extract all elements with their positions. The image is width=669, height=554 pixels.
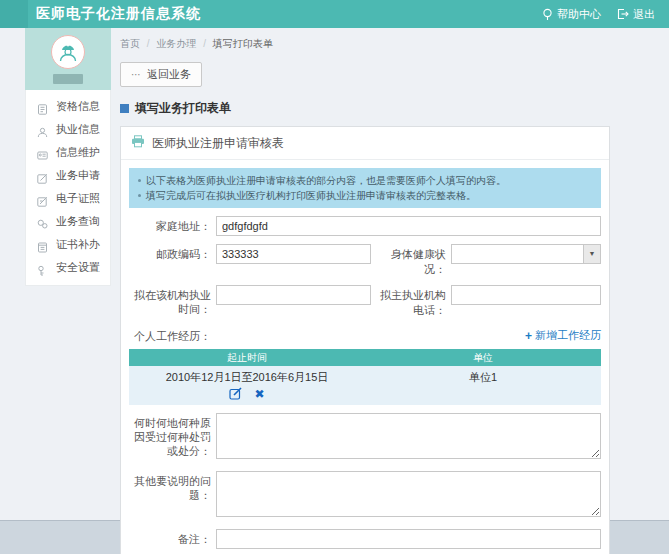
form-card: 医师执业注册申请审核表 以下表格为医师执业注册申请审核表的部分内容，也是需要医师…: [120, 126, 610, 554]
content-area: 资格信息 执业信息 信息维护 业务申请 电子证照: [0, 28, 669, 520]
bullet-dot: [138, 179, 141, 182]
breadcrumb-current: 填写打印表单: [213, 38, 273, 49]
book-icon: [37, 239, 48, 250]
section-title: 填写业务打印表单: [120, 100, 610, 117]
notice-box: 以下表格为医师执业注册申请审核表的部分内容，也是需要医师个人填写的内容。 填写完…: [129, 168, 601, 208]
add-work-experience-label: 新增工作经历: [535, 328, 601, 343]
return-business-button[interactable]: ⋯ 返回业务: [120, 62, 202, 87]
sidebar-item-label: 资格信息: [56, 99, 100, 114]
home-address-label: 家庭地址：: [129, 216, 211, 233]
logout-link[interactable]: 退出: [617, 7, 655, 22]
plus-icon: +: [525, 329, 532, 343]
work-experience-table: 起止时间 单位 2010年12月1日至2016年6月15日: [129, 349, 601, 405]
sidebar: 资格信息 执业信息 信息维护 业务申请 电子证照: [25, 28, 111, 286]
punishment-textarea[interactable]: [216, 413, 601, 459]
edit-icon: [37, 170, 48, 181]
logout-icon: [617, 8, 629, 20]
person-icon: [37, 124, 48, 135]
document-icon: [37, 101, 48, 112]
breadcrumb: 首页 / 业务办理 / 填写打印表单: [120, 28, 610, 51]
help-center-label: 帮助中心: [557, 7, 601, 22]
sidebar-item-certificate-reissue[interactable]: 证书补办: [26, 233, 110, 256]
section-title-text: 填写业务打印表单: [135, 100, 231, 117]
other-issues-textarea[interactable]: [216, 471, 601, 517]
experience-unit: 单位1: [365, 370, 601, 385]
logo-block: [0, 0, 28, 28]
form-body: 以下表格为医师执业注册申请审核表的部分内容，也是需要医师个人填写的内容。 填写完…: [121, 160, 609, 554]
notice-line-1: 以下表格为医师执业注册申请审核表的部分内容，也是需要医师个人填写的内容。: [146, 173, 506, 188]
org-phone-input[interactable]: [451, 285, 601, 305]
security-key-icon: [37, 262, 48, 273]
column-header-period: 起止时间: [129, 349, 365, 366]
health-status-select[interactable]: ▼: [451, 244, 601, 264]
other-issues-label: 其他要说明的问题：: [129, 471, 211, 502]
health-status-label: 身体健康状况：: [371, 244, 446, 277]
org-phone-label: 拟主执业机构电话：: [371, 285, 446, 318]
section-square-icon: [120, 104, 129, 113]
user-name-redacted: [53, 74, 83, 84]
app-title: 医师电子化注册信息系统: [36, 5, 201, 23]
experience-period: 2010年12月1日至2016年6月15日: [129, 370, 365, 385]
sidebar-item-label: 证书补办: [56, 237, 100, 252]
sidebar-item-info-maintenance[interactable]: 信息维护: [26, 141, 110, 164]
help-pin-icon: [542, 8, 553, 21]
avatar[interactable]: [51, 35, 85, 69]
practice-time-input[interactable]: [216, 285, 371, 305]
sidebar-item-label: 业务申请: [56, 168, 100, 183]
table-row: 2010年12月1日至2016年6月15日 ✖ 单: [129, 366, 601, 405]
breadcrumb-business[interactable]: 业务办理: [156, 38, 196, 49]
home-address-input[interactable]: [216, 216, 601, 236]
remarks-label: 备注：: [129, 529, 211, 546]
sidebar-item-label: 安全设置: [56, 260, 100, 275]
sidebar-item-qualification-info[interactable]: 资格信息: [26, 95, 110, 118]
help-center-link[interactable]: 帮助中心: [542, 7, 601, 22]
sidebar-item-electronic-certificate[interactable]: 电子证照: [26, 187, 110, 210]
logout-label: 退出: [633, 7, 655, 22]
postal-code-label: 邮政编码：: [129, 244, 211, 261]
user-profile-block: [25, 28, 111, 90]
delete-row-icon[interactable]: ✖: [254, 388, 264, 400]
form-title: 医师执业注册申请审核表: [152, 135, 284, 152]
sidebar-item-business-application[interactable]: 业务申请: [26, 164, 110, 187]
sidebar-menu: 资格信息 执业信息 信息维护 业务申请 电子证照: [25, 90, 111, 286]
sidebar-item-practice-info[interactable]: 执业信息: [26, 118, 110, 141]
sidebar-item-label: 执业信息: [56, 122, 100, 137]
remarks-input[interactable]: [216, 529, 601, 549]
column-header-unit: 单位: [365, 349, 601, 366]
postal-code-input[interactable]: [216, 244, 371, 264]
id-card-icon: [37, 147, 48, 158]
add-work-experience-link[interactable]: + 新增工作经历: [525, 328, 601, 343]
work-experience-label: 个人工作经历：: [129, 329, 211, 343]
chevron-down-icon[interactable]: ▼: [583, 245, 600, 263]
sidebar-item-label: 信息维护: [56, 145, 100, 160]
form-card-header: 医师执业注册申请审核表: [121, 127, 609, 160]
sidebar-item-label: 电子证照: [56, 191, 100, 206]
breadcrumb-separator: /: [203, 38, 206, 49]
notice-line-2: 填写完成后可在拟执业医疗机构打印医师执业注册申请审核表的完整表格。: [146, 188, 476, 203]
nurse-icon: [57, 41, 79, 63]
printer-icon: [131, 134, 145, 152]
punishment-label: 何时何地何种原因受过何种处罚或处分：: [129, 413, 211, 458]
breadcrumb-separator: /: [147, 38, 150, 49]
sidebar-item-security-settings[interactable]: 安全设置: [26, 256, 110, 279]
query-icon: [37, 216, 48, 227]
sidebar-item-label: 业务查询: [56, 214, 100, 229]
main-panel: 首页 / 业务办理 / 填写打印表单 ⋯ 返回业务 填写业务打印表单 医: [120, 28, 610, 554]
certificate-icon: [37, 193, 48, 204]
bullet-dot: [138, 194, 141, 197]
edit-row-icon[interactable]: [229, 387, 242, 400]
top-header: 医师电子化注册信息系统 帮助中心 退出: [0, 0, 669, 28]
ellipsis-icon: ⋯: [131, 72, 142, 78]
app-window: 医师电子化注册信息系统 帮助中心 退出: [0, 0, 669, 554]
sidebar-item-business-query[interactable]: 业务查询: [26, 210, 110, 233]
practice-time-label: 拟在该机构执业时间：: [129, 285, 211, 316]
return-business-label: 返回业务: [147, 67, 191, 82]
breadcrumb-home[interactable]: 首页: [120, 38, 140, 49]
